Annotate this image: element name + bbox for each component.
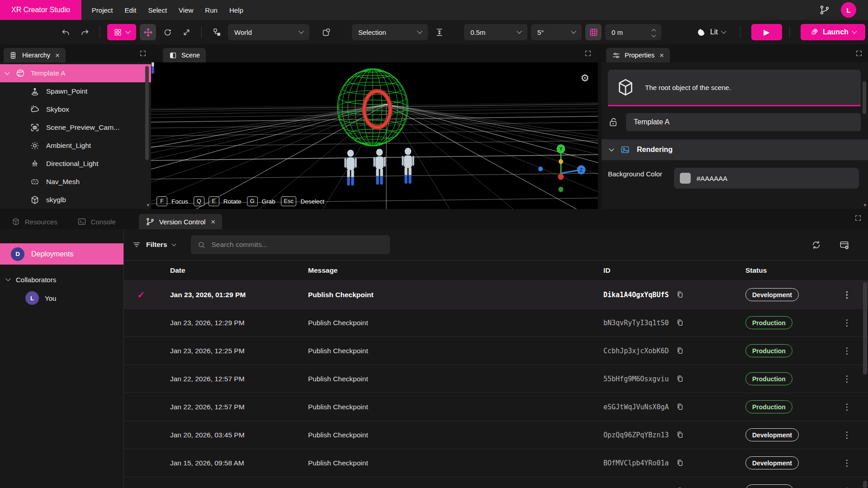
hierarchy-item-root[interactable]: Template A — [0, 64, 151, 82]
tab-resources[interactable]: Resources — [5, 214, 64, 229]
launch-button[interactable]: Launch — [801, 24, 865, 40]
color-swatch[interactable] — [680, 173, 691, 184]
copy-icon[interactable] — [676, 318, 684, 327]
copy-icon[interactable] — [676, 374, 684, 384]
sidebar-item-deployments[interactable]: D Deployments — [0, 243, 123, 265]
commit-row[interactable]: ✓Jan 23, 2026, 01:29 PMPublish Checkpoin… — [124, 281, 868, 309]
add-object-button[interactable] — [107, 24, 136, 40]
commit-row[interactable]: Jan 22, 2026, 12:57 PMPublish Checkpoint… — [124, 365, 868, 393]
commit-row[interactable]: Jan 22, 2026, 12:57 PMPublish Checkpoint… — [124, 393, 868, 421]
scrollbar-thumb[interactable] — [863, 81, 866, 114]
play-button[interactable]: ▶ — [751, 24, 782, 40]
menu-item-edit[interactable]: Edit — [125, 6, 137, 14]
lock-open-icon[interactable] — [608, 117, 619, 128]
copy-icon[interactable] — [676, 430, 684, 440]
row-menu-button[interactable]: ⋮ — [843, 346, 851, 355]
copy-icon[interactable] — [676, 290, 684, 299]
parenting-icon[interactable] — [209, 24, 224, 40]
workspace: Hierarchy × Template A Spawn_PointSkybox… — [0, 44, 868, 209]
user-avatar[interactable]: L — [841, 2, 856, 18]
scene-render: Y Z — [151, 62, 598, 209]
hierarchy-item-skyglb[interactable]: skyglb — [0, 191, 151, 209]
row-menu-button[interactable]: ⋮ — [843, 318, 851, 327]
filters-button[interactable]: Filters — [132, 240, 175, 249]
close-icon[interactable]: × — [211, 218, 215, 226]
undo-button[interactable] — [58, 24, 73, 40]
copy-icon[interactable] — [676, 402, 684, 412]
menu-item-select[interactable]: Select — [148, 6, 167, 14]
expand-icon[interactable] — [854, 214, 862, 222]
shading-sphere-icon — [697, 28, 706, 37]
move-tool-button[interactable] — [140, 24, 156, 40]
copy-icon[interactable] — [676, 486, 684, 488]
column-date: Date — [158, 266, 296, 275]
tab-scene[interactable]: Scene — [163, 48, 206, 62]
refresh-icon[interactable] — [810, 239, 822, 251]
vertical-snap-icon[interactable] — [432, 24, 447, 40]
table-scrollbar-thumb[interactable] — [863, 282, 867, 374]
menu-item-help[interactable]: Help — [229, 6, 243, 14]
scene-3d-viewport[interactable]: Y Z ⚙ FFocusQERotateGGrabEscDeselect — [151, 62, 598, 209]
commit-row[interactable]: Jan 23, 2026, 12:25 PMPublish Checkpoint… — [124, 337, 868, 365]
rotate-tool-button[interactable] — [160, 24, 175, 40]
expand-icon[interactable] — [584, 50, 592, 57]
hierarchy-item-nav-mesh[interactable]: Nav_Mesh — [0, 173, 151, 191]
properties-scrollbar[interactable] — [863, 81, 866, 114]
hierarchy-item-directional-light[interactable]: Directional_Light — [0, 155, 151, 173]
tab-hierarchy[interactable]: Hierarchy × — [4, 48, 66, 62]
redo-button[interactable] — [77, 24, 92, 40]
row-menu-button[interactable]: ⋮ — [843, 403, 851, 411]
version-control-icon[interactable] — [819, 5, 830, 15]
commit-row[interactable]: Jan 15, 2026, 09:58 AMPublish Checkpoint… — [124, 449, 868, 477]
shading-dropdown[interactable]: Lit — [697, 28, 726, 37]
commit-message: Publish Checkpoint — [296, 375, 592, 383]
viewport-settings-gear-icon[interactable]: ⚙ — [580, 72, 589, 84]
app-title[interactable]: XR Creator Studio — [0, 0, 81, 20]
hierarchy-item-label: Scene_Preview_Cam... — [46, 123, 119, 132]
tab-properties[interactable]: Properties × — [606, 48, 670, 62]
move-snap-dropdown[interactable]: 0.5m — [464, 24, 527, 40]
chevron-down-icon[interactable] — [5, 70, 9, 75]
scale-tool-button[interactable] — [179, 24, 194, 40]
rotate-snap-dropdown[interactable]: 5° — [531, 24, 582, 40]
tab-version-control[interactable]: Version Control × — [139, 214, 223, 229]
row-menu-button[interactable]: ⋮ — [843, 459, 851, 467]
commit-row[interactable]: Jan 23, 2026, 12:29 PMPublish Checkpoint… — [124, 309, 868, 337]
copy-icon[interactable] — [676, 346, 684, 355]
table-scrollbar-end[interactable] — [863, 481, 867, 488]
tab-console[interactable]: Console — [71, 214, 123, 229]
rendering-section-header[interactable]: Rendering — [602, 139, 868, 160]
hierarchy-item-spawn-point[interactable]: Spawn_Point — [0, 82, 151, 100]
close-icon[interactable]: × — [659, 52, 664, 59]
copy-icon[interactable] — [676, 458, 684, 468]
pivot-dropdown[interactable]: Selection — [352, 24, 428, 40]
elevation-stepper[interactable]: 0 m — [605, 24, 661, 40]
row-menu-button[interactable]: ⋮ — [843, 431, 851, 439]
hierarchy-item-ambient-light[interactable]: Ambient_Light — [0, 137, 151, 155]
sidebar-item-collaborators[interactable]: Collaborators — [0, 272, 123, 287]
expand-icon[interactable] — [139, 50, 147, 57]
space-dropdown[interactable]: World — [228, 24, 309, 40]
menu-item-project[interactable]: Project — [92, 6, 113, 14]
move-snap-label: 0.5m — [470, 28, 485, 36]
background-color-field[interactable]: #AAAAAA — [674, 168, 859, 189]
row-menu-button[interactable]: ⋮ — [843, 374, 851, 383]
search-commits-box[interactable] — [191, 235, 390, 254]
hierarchy-item-scene-preview-cam-[interactable]: Scene_Preview_Cam... — [0, 118, 151, 137]
panel-settings-icon[interactable] — [838, 239, 850, 251]
hierarchy-item-skybox[interactable]: Skybox — [0, 100, 151, 118]
grid-snap-button[interactable] — [585, 24, 602, 40]
object-name-field[interactable]: Template A — [626, 113, 861, 131]
menu-item-run[interactable]: Run — [205, 6, 218, 14]
scrollbar-thumb[interactable] — [145, 66, 149, 160]
pivot-mode-icon[interactable] — [318, 24, 334, 40]
search-input[interactable] — [211, 240, 384, 249]
hierarchy-scrollbar[interactable] — [145, 66, 149, 160]
commit-row[interactable]: Jan 20, 2026, 03:45 PMPublish Checkpoint… — [124, 421, 868, 449]
row-menu-button[interactable]: ⋮ — [843, 290, 851, 299]
expand-icon[interactable] — [855, 50, 863, 57]
stepper-arrows[interactable] — [652, 28, 655, 36]
sidebar-item-you[interactable]: L You — [0, 289, 123, 307]
close-icon[interactable]: × — [55, 52, 60, 59]
menu-item-view[interactable]: View — [179, 6, 193, 14]
